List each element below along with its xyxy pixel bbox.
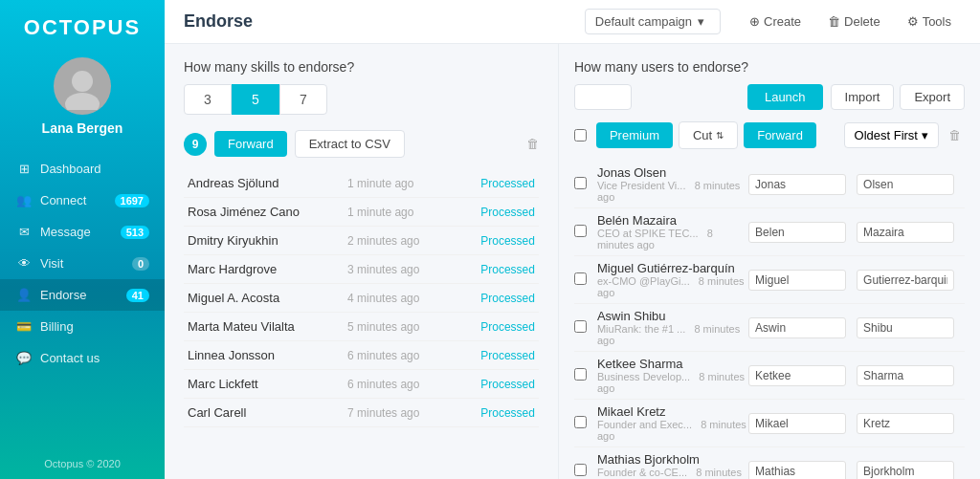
chevron-down-icon: ▾	[698, 14, 704, 29]
skill-btn-3[interactable]: 3	[184, 84, 232, 115]
first-name-input[interactable]	[748, 222, 846, 243]
last-name-input[interactable]	[857, 270, 954, 291]
nav-menu: ⊞ Dashboard 👥 Connect 1697 ✉ Message 513…	[0, 149, 165, 448]
row-checkbox[interactable]	[574, 320, 587, 333]
forward-button[interactable]: Forward	[214, 131, 287, 157]
row-checkbox[interactable]	[574, 464, 587, 476]
sidebar-item-visit[interactable]: 👁 Visit 0	[0, 248, 165, 279]
avatar-area: Lana Bergen	[0, 50, 165, 149]
tools-button[interactable]: ⚙ Tools	[898, 10, 961, 33]
list-item: Linnea Jonsson 6 minutes ago Processed	[184, 341, 539, 370]
chevron-down-icon: ▾	[922, 128, 928, 142]
table-row: Aswin Shibu MiuRank: the #1 ... 8 minute…	[574, 304, 965, 352]
connect-icon: 👥	[15, 193, 33, 207]
skill-btn-7[interactable]: 7	[279, 84, 327, 115]
first-name-input[interactable]	[748, 317, 846, 338]
sidebar-item-message[interactable]: ✉ Message 513	[0, 216, 165, 248]
row-checkbox[interactable]	[574, 416, 587, 428]
row-checkbox[interactable]	[574, 272, 587, 285]
last-name-input[interactable]	[857, 222, 954, 243]
row-checkbox-col	[574, 225, 597, 240]
sort-dropdown[interactable]: Oldest First ▾	[844, 122, 939, 148]
content: How many skills to endorse? 357 9 Forwar…	[165, 44, 980, 479]
sidebar-item-dashboard[interactable]: ⊞ Dashboard	[0, 153, 165, 185]
sidebar-item-label: Message	[40, 225, 91, 239]
delete-button[interactable]: 🗑 Delete	[818, 10, 890, 33]
user-status: Processed	[480, 177, 535, 190]
user-subtitle: CEO at SPIKE TEC... 8 minutes ago	[597, 228, 748, 250]
user-name: Carl Carell	[188, 405, 347, 420]
export-button[interactable]: Export	[900, 84, 965, 110]
skill-btn-5[interactable]: 5	[232, 84, 279, 115]
main: Endorse Default campaign ▾ ⊕ Create 🗑 De…	[165, 0, 980, 479]
user-subtitle: Business Develop... 8 minutes ago	[597, 371, 748, 394]
row-checkbox[interactable]	[574, 177, 587, 189]
sidebar-item-endorse[interactable]: 👤 Endorse 41	[0, 279, 165, 311]
launch-count-input[interactable]	[574, 84, 632, 110]
create-button[interactable]: ⊕ Create	[740, 10, 811, 33]
row-checkbox-col	[574, 320, 597, 336]
user-info: Aswin Shibu MiuRank: the #1 ... 8 minute…	[597, 309, 748, 346]
message-icon: ✉	[15, 225, 33, 239]
sidebar-item-connect[interactable]: 👥 Connect 1697	[0, 185, 165, 216]
sidebar-item-label: Billing	[40, 319, 74, 334]
user-time: 4 minutes ago	[347, 292, 480, 305]
launch-button[interactable]: Launch	[747, 84, 823, 110]
user-name: Miguel A. Acosta	[188, 291, 347, 305]
import-button[interactable]: Import	[831, 84, 895, 110]
user-subtitle: Vice President Vi... 8 minutes ago	[597, 180, 748, 203]
user-info: Mikael Kretz Founder and Exec... 8 minut…	[597, 404, 748, 442]
user-name: Marc Lickfett	[188, 377, 347, 391]
delete-list-button[interactable]: 🗑	[526, 137, 539, 151]
table-row: Mikael Kretz Founder and Exec... 8 minut…	[574, 400, 965, 447]
campaign-label: Default campaign	[595, 14, 692, 29]
user-display-name: Jonas Olsen	[597, 165, 748, 180]
user-time: 3 minutes ago	[347, 263, 480, 276]
user-info: Belén Mazaira CEO at SPIKE TEC... 8 minu…	[597, 213, 748, 250]
sidebar-item-billing[interactable]: 💳 Billing	[0, 311, 165, 342]
trash-icon: 🗑	[948, 128, 961, 142]
right-users-table: Jonas Olsen Vice President Vi... 8 minut…	[574, 161, 965, 479]
first-name-input[interactable]	[748, 413, 846, 434]
row-checkbox-col	[574, 416, 597, 431]
extract-csv-button[interactable]: Extract to CSV	[295, 130, 405, 158]
sidebar-item-contact[interactable]: 💬 Contact us	[0, 342, 165, 374]
first-name-input[interactable]	[748, 174, 846, 195]
first-name-input[interactable]	[748, 461, 846, 480]
right-action-bar: Premium Cut ⇅ Forward Oldest First ▾ 🗑	[574, 121, 965, 149]
first-name-input[interactable]	[748, 270, 846, 291]
billing-icon: 💳	[15, 319, 33, 334]
row-checkbox[interactable]	[574, 225, 587, 237]
list-item: Andreas Sjölund 1 minute ago Processed	[184, 169, 539, 198]
topbar: Endorse Default campaign ▾ ⊕ Create 🗑 De…	[165, 0, 980, 44]
user-time: 5 minutes ago	[347, 320, 480, 334]
campaign-dropdown[interactable]: Default campaign ▾	[585, 9, 721, 34]
user-status: Processed	[480, 234, 535, 248]
last-name-input[interactable]	[857, 413, 954, 434]
last-name-input-col	[857, 461, 965, 480]
select-all-checkbox[interactable]	[574, 129, 587, 142]
last-name-input[interactable]	[857, 461, 954, 480]
cut-button[interactable]: Cut ⇅	[679, 121, 738, 149]
skills-selector: 357	[184, 84, 539, 115]
right-forward-button[interactable]: Forward	[744, 122, 816, 148]
last-name-input[interactable]	[857, 365, 954, 386]
avatar	[54, 57, 111, 115]
last-name-input-col	[857, 365, 965, 386]
last-name-input[interactable]	[857, 317, 954, 338]
nav-badge: 0	[132, 257, 149, 271]
right-delete-button[interactable]: 🗑	[945, 124, 965, 146]
list-item: Marc Hardgrove 3 minutes ago Processed	[184, 255, 539, 284]
premium-button[interactable]: Premium	[596, 122, 673, 148]
user-time: 1 minute ago	[347, 206, 480, 219]
sidebar-footer: Octopus © 2020	[0, 448, 165, 479]
row-checkbox[interactable]	[574, 368, 587, 381]
list-item: Marta Mateu Vilalta 5 minutes ago Proces…	[184, 313, 539, 341]
last-name-input-col	[857, 222, 965, 243]
user-info: Mathias Bjorkholm Founder & co-CE... 8 m…	[597, 452, 748, 479]
user-name: Dmitry Kiryukhin	[188, 233, 347, 248]
user-display-name: Miguel Gutiérrez-barquín	[597, 261, 748, 275]
user-name: Lana Bergen	[42, 120, 123, 136]
first-name-input[interactable]	[748, 365, 846, 386]
last-name-input[interactable]	[857, 174, 954, 195]
